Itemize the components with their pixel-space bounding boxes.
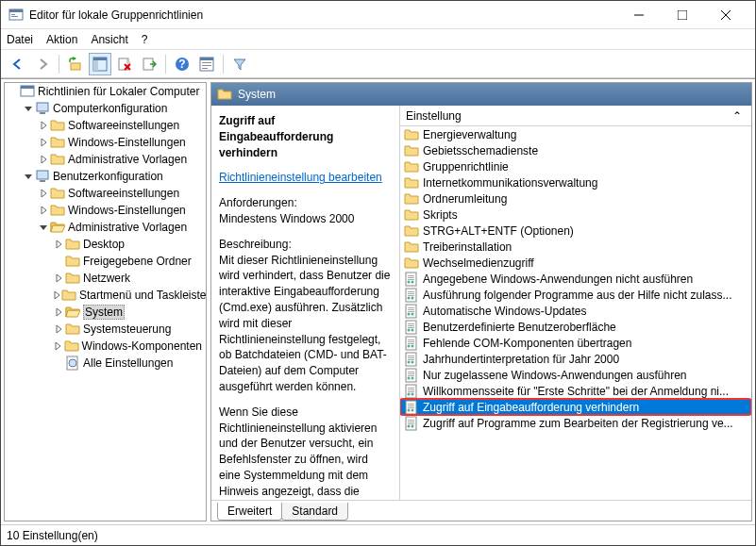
maximize-button[interactable] (661, 1, 704, 29)
settings-folder[interactable]: Energieverwaltung (400, 126, 751, 142)
expand-icon[interactable] (37, 206, 50, 215)
node-icon (65, 237, 80, 252)
edit-policy-link[interactable]: Richtlinieneinstellung bearbeiten (219, 171, 382, 184)
tree-uc-network[interactable]: Netzwerk (5, 270, 206, 287)
expand-icon[interactable] (37, 138, 50, 147)
expand-icon[interactable] (22, 104, 35, 113)
tree-computer-config[interactable]: Computerkonfiguration (5, 100, 206, 117)
node-icon (20, 84, 35, 99)
description-label: Beschreibung: (219, 238, 292, 251)
node-label: Softwareeinstellungen (68, 119, 179, 132)
filter-button[interactable] (228, 53, 251, 75)
settings-policy[interactable]: Benutzerdefinierte Benutzeroberfläche (400, 319, 751, 335)
node-icon (65, 271, 80, 286)
settings-policy[interactable]: Zugriff auf Eingabeaufforderung verhinde… (400, 399, 751, 415)
node-icon (50, 203, 65, 218)
expand-icon[interactable] (52, 240, 65, 249)
svg-point-83 (408, 408, 411, 411)
menubar: Datei Aktion Ansicht ? (1, 29, 755, 50)
node-icon (50, 118, 65, 133)
node-icon (35, 101, 50, 116)
tree-uc-wincomp[interactable]: Windows-Komponenten (5, 338, 206, 355)
toolbar: ? (1, 50, 755, 78)
tab-extended[interactable]: Erweitert (217, 503, 282, 521)
svg-rect-70 (408, 375, 414, 376)
tree-uc-desktop[interactable]: Desktop (5, 236, 206, 253)
expand-icon[interactable] (52, 341, 64, 351)
svg-rect-32 (408, 275, 414, 276)
tree-uc-software[interactable]: Softwareeinstellungen (5, 185, 206, 202)
svg-rect-3 (11, 16, 18, 17)
tree-cc-software[interactable]: Softwareeinstellungen (5, 117, 206, 134)
expand-icon[interactable] (37, 121, 50, 130)
settings-header-col[interactable]: Einstellung (400, 109, 723, 123)
settings-header[interactable]: Einstellung ⌃ (400, 106, 751, 126)
back-button[interactable] (7, 53, 29, 75)
settings-policy[interactable]: Angegebene Windows-Anwendungen nicht aus… (400, 271, 751, 287)
menu-file[interactable]: Datei (7, 33, 33, 46)
settings-item-label: Ausführung folgender Programme aus der H… (423, 289, 732, 302)
tree-cc-admin[interactable]: Administrative Vorlagen (5, 151, 206, 168)
tree-uc-control[interactable]: Systemsteuerung (5, 321, 206, 338)
tree-root[interactable]: Richtlinien für Lokaler Computer (5, 83, 206, 100)
tree-uc-admin[interactable]: Administrative Vorlagen (5, 219, 206, 236)
settings-folder[interactable]: Internetkommunikationsverwaltung (400, 174, 751, 190)
svg-rect-87 (408, 422, 414, 422)
settings-folder[interactable]: Gruppenrichtlinie (400, 158, 751, 174)
settings-folder[interactable]: STRG+ALT+ENTF (Optionen) (400, 223, 751, 239)
description-pane: Zugriff auf Eingabeaufforderung verhinde… (211, 106, 400, 500)
close-button[interactable] (704, 1, 748, 29)
tree-uc-startmenu[interactable]: Startmenü und Taskleiste (5, 287, 206, 304)
menu-help[interactable]: ? (142, 33, 148, 46)
settings-policy[interactable]: Ausführung folgender Programme aus der H… (400, 287, 751, 303)
expand-icon[interactable] (37, 155, 50, 164)
folder-icon (404, 127, 419, 142)
settings-item-label: Automatische Windows-Updates (423, 305, 586, 318)
tree-uc-shared[interactable]: Freigegebene Ordner (5, 253, 206, 270)
settings-policy[interactable]: Nur zugelassene Windows-Anwendungen ausf… (400, 367, 751, 383)
export-button[interactable] (138, 53, 160, 75)
expand-icon[interactable] (52, 290, 61, 300)
svg-point-36 (412, 280, 414, 283)
settings-policy[interactable]: Willkommensseite für "Erste Schritte" be… (400, 383, 751, 399)
settings-policy[interactable]: Automatische Windows-Updates (400, 303, 751, 319)
tree-uc-windows[interactable]: Windows-Einstellungen (5, 202, 206, 219)
settings-policy[interactable]: Fehlende COM-Komponenten übertragen (400, 335, 751, 351)
minimize-button[interactable] (617, 1, 661, 29)
settings-folder[interactable]: Wechselmedienzugriff (400, 255, 751, 271)
node-icon (65, 322, 80, 337)
tree-uc-system[interactable]: System (5, 304, 206, 321)
settings-folder[interactable]: Gebietsschemadienste (400, 142, 751, 158)
expand-icon[interactable] (37, 189, 50, 198)
settings-folder[interactable]: Skripts (400, 207, 751, 223)
forward-button[interactable] (31, 53, 54, 75)
properties-button[interactable] (195, 53, 218, 75)
settings-policy[interactable]: Zugriff auf Programme zum Bearbeiten der… (400, 415, 751, 431)
show-hide-tree-button[interactable] (89, 53, 111, 75)
tree-uc-all[interactable]: Alle Einstellungen (5, 355, 206, 372)
help-button[interactable]: ? (171, 53, 193, 75)
tab-standard[interactable]: Standard (281, 503, 348, 521)
settings-folder[interactable]: Treiberinstallation (400, 239, 751, 255)
up-button[interactable] (64, 53, 87, 75)
expand-icon[interactable] (52, 273, 65, 283)
svg-point-41 (408, 296, 411, 299)
expand-icon[interactable] (52, 307, 65, 317)
svg-point-48 (412, 312, 414, 315)
svg-rect-25 (37, 103, 48, 111)
delete-button[interactable] (113, 53, 136, 75)
svg-rect-68 (408, 372, 414, 372)
settings-folder[interactable]: Ordnerumleitung (400, 190, 751, 207)
tree-user-config[interactable]: Benutzerkonfiguration (5, 168, 206, 185)
svg-point-66 (412, 360, 414, 363)
svg-rect-39 (408, 293, 414, 294)
menu-view[interactable]: Ansicht (91, 33, 127, 46)
tree-pane[interactable]: Richtlinien für Lokaler ComputerComputer… (4, 82, 207, 521)
expand-icon[interactable] (37, 223, 50, 232)
menu-action[interactable]: Aktion (46, 33, 77, 46)
settings-list[interactable]: Einstellung ⌃ EnergieverwaltungGebietssc… (400, 106, 751, 500)
settings-policy[interactable]: Jahrhundertinterpretation für Jahr 2000 (400, 351, 751, 367)
expand-icon[interactable] (22, 172, 35, 181)
tree-cc-windows[interactable]: Windows-Einstellungen (5, 134, 206, 151)
expand-icon[interactable] (52, 324, 65, 334)
